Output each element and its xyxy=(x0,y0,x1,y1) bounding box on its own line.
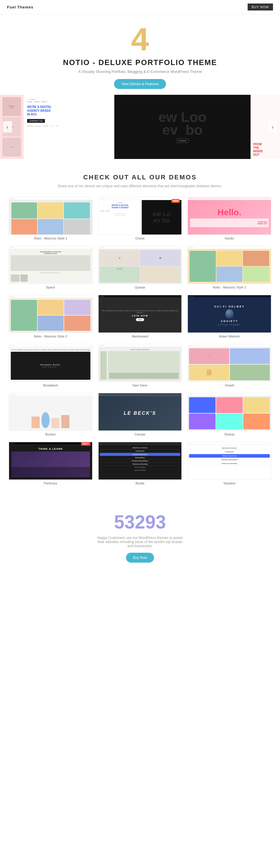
logo: Fuel Themes xyxy=(7,5,33,9)
demo-thumb-oracle: NEW oracle WE'RE A DIGITALAGENCY BASED! … xyxy=(98,197,182,235)
demo-label-mantisward: Mantisward xyxy=(98,335,182,338)
demo-thumb-masonry1 xyxy=(9,197,92,235)
slider-logos: NPRMs ★★★★ XTYPE ═══ ≡≡≡ xyxy=(27,123,111,127)
demo-thumb-adamwarlock: SCI-FI HELMET ANXIETY LITTLE PLANET xyxy=(188,295,271,333)
demo-thumb-sharao xyxy=(188,393,271,431)
hero-subtitle: A Visually Stunning Portfolio, Blogging … xyxy=(6,69,274,74)
demo-label-masonry1: Notio - Masonry Style 1 xyxy=(9,237,92,240)
demo-card-masonry2[interactable]: Notio - Masonry Style 2 xyxy=(188,246,271,289)
demo-thumb-perfectus: BEST THINK & LEARN xyxy=(9,442,92,480)
demo-label-masonry3: Notio - Masonry Style 3 xyxy=(9,335,92,338)
agency-title-text: WE'RE A DIGITALAGENCY BASEDIN NYC xyxy=(27,105,111,116)
demo-thumb-quasar: ⊙ R RUST xyxy=(98,246,182,284)
counter-text: Happy Customers use our WordPress themes… xyxy=(96,536,184,548)
demo-card-orwell[interactable]: ✕ Orwell xyxy=(188,344,271,387)
slider-brand-label: — oracle xyxy=(27,98,111,100)
demos-section: CHECK OUT ALL OUR DEMOS Every one of our… xyxy=(0,159,280,494)
slider-panel-item-3: Item xyxy=(2,138,21,157)
demo-thumb-mantisward: We understand the intricate needs of you… xyxy=(98,295,182,333)
demo-thumb-burtton xyxy=(9,393,92,431)
demo-card-mantisward[interactable]: We understand the intricate needs of you… xyxy=(98,295,182,338)
demo-label-taneleer: Taneleer xyxy=(188,482,271,485)
demo-thumb-broadwick: Hi, we're a digital creative agency base… xyxy=(9,344,92,382)
hero-title: NOTIO - DELUXE PORTFOLIO THEME xyxy=(6,58,274,67)
slider-nav-item[interactable]: HOME xyxy=(27,101,32,103)
demo-label-orwell: Orwell xyxy=(188,383,271,387)
demo-label-canvas: Canvas xyxy=(98,433,182,436)
demo-thumb-space: Chulalongkorn UniversityCentennial park … xyxy=(9,246,92,284)
logo-5: ≡≡≡ xyxy=(55,125,59,127)
fashion-label: Fashion xyxy=(176,138,188,143)
demo-slider: ‹ ProductCard Demo Item — oracle HOME WO… xyxy=(0,95,280,159)
demo-card-samdann[interactable]: FEATURED WORK Sam Dann xyxy=(98,344,182,387)
hero-section: 4 NOTIO - DELUXE PORTFOLIO THEME A Visua… xyxy=(0,14,280,95)
demo-thumb-masonry3 xyxy=(9,295,92,333)
demo-card-canvas[interactable]: LE BECK'S Canvas xyxy=(98,393,182,436)
slider-nav-item[interactable]: ABOUT xyxy=(41,101,48,103)
demo-card-quasar[interactable]: ⊙ R RUST Quasar xyxy=(98,246,182,289)
counter-buy-button[interactable]: Buy Now xyxy=(126,553,154,563)
demo-label-perfectus: Perfectus xyxy=(9,482,92,485)
demo-card-sharao[interactable]: Sharao xyxy=(188,393,271,436)
slider-nav: HOME WORK ABOUT xyxy=(27,101,111,103)
from-inside-text: FROMTHEINSIDEOUT xyxy=(253,143,278,157)
counter-number: 53293 xyxy=(6,511,274,533)
agency-contact-button[interactable]: CONTACT US xyxy=(27,119,45,123)
demo-label-broadwick: Broadwick xyxy=(9,383,92,387)
best-badge: BEST xyxy=(81,442,90,446)
demo-label-samdann: Sam Dann xyxy=(98,383,182,387)
slider-agency-text: — oracle HOME WORK ABOUT WE'RE A DIGITAL… xyxy=(24,95,114,159)
slider-center: — oracle HOME WORK ABOUT WE'RE A DIGITAL… xyxy=(23,95,251,159)
demo-card-taneleer[interactable]: Identity by Versace Gotteswerk Mobile At… xyxy=(188,442,271,485)
demo-label-space: Space xyxy=(9,285,92,289)
demo-card-masonry3[interactable]: Notio - Masonry Style 3 xyxy=(9,295,92,338)
demos-grid: Notio - Masonry Style 1 NEW oracle WE'RE… xyxy=(9,197,271,485)
demos-section-subtitle: Every one of our demos are unique and us… xyxy=(9,184,271,188)
logo-2: ★★★★ xyxy=(35,125,41,127)
demo-thumb-taneleer: Identity by Versace Gotteswerk Mobile At… xyxy=(188,442,271,480)
demo-label-sharao: Sharao xyxy=(188,433,271,436)
demo-thumb-brielle: Identity by Versace Gotteswerk Mobile At… xyxy=(98,442,182,480)
demos-section-title: CHECK OUT ALL OUR DEMOS xyxy=(9,174,271,181)
demo-card-oracle[interactable]: NEW oracle WE'RE A DIGITALAGENCY BASED! … xyxy=(98,197,182,240)
demo-thumb-nordic: Hello. FROM THEINSIDE OUT xyxy=(188,197,271,235)
hero-number: 4 xyxy=(6,23,274,55)
demo-card-broadwick[interactable]: Hi, we're a digital creative agency base… xyxy=(9,344,92,387)
logo-3: XTYPE xyxy=(42,125,49,127)
demo-card-nordic[interactable]: Hello. FROM THEINSIDE OUT Nordic xyxy=(188,197,271,240)
demo-label-masonry2: Notio - Masonry Style 2 xyxy=(188,285,271,289)
slider-left-arrow[interactable]: ‹ xyxy=(3,121,12,133)
demo-thumb-masonry2 xyxy=(188,246,271,284)
demo-thumb-canvas: LE BECK'S xyxy=(98,393,182,431)
header-buy-now-button[interactable]: BUY NOW xyxy=(248,3,273,10)
hero-cta-button[interactable]: View Demos & Features xyxy=(114,79,166,89)
demo-label-brielle: Brielle xyxy=(98,482,182,485)
demo-label-burtton: Burtton xyxy=(9,433,92,436)
slider-dark-preview: ew Loo ev bo Fashion xyxy=(114,95,251,159)
demo-card-masonry1[interactable]: Notio - Masonry Style 1 xyxy=(9,197,92,240)
demo-card-brielle[interactable]: Identity by Versace Gotteswerk Mobile At… xyxy=(98,442,182,485)
site-header: Fuel Themes BUY NOW xyxy=(0,0,280,14)
demo-card-perfectus[interactable]: BEST THINK & LEARN Perfectus xyxy=(9,442,92,485)
demo-label-nordic: Nordic xyxy=(188,237,271,240)
demo-card-space[interactable]: Chulalongkorn UniversityCentennial park … xyxy=(9,246,92,289)
demo-card-adamwarlock[interactable]: SCI-FI HELMET ANXIETY LITTLE PLANET Adam… xyxy=(188,295,271,338)
logo-1: NPRMs xyxy=(27,125,33,127)
slider-panel-item-1: ProductCard xyxy=(2,97,21,116)
demo-card-burtton[interactable]: Burtton xyxy=(9,393,92,436)
counter-section: 53293 Happy Customers use our WordPress … xyxy=(0,494,280,571)
new-badge: NEW xyxy=(172,199,180,203)
demo-thumb-samdann: FEATURED WORK xyxy=(98,344,182,382)
logo-4: ═══ xyxy=(50,125,54,127)
demo-label-oracle: Oracle xyxy=(98,237,182,240)
demo-label-adamwarlock: Adam Warlock xyxy=(188,335,271,338)
slider-nav-item[interactable]: WORK xyxy=(34,101,40,103)
slider-right-arrow[interactable]: › xyxy=(268,121,277,133)
demo-label-quasar: Quasar xyxy=(98,285,182,289)
demo-thumb-orwell: ✕ xyxy=(188,344,271,382)
